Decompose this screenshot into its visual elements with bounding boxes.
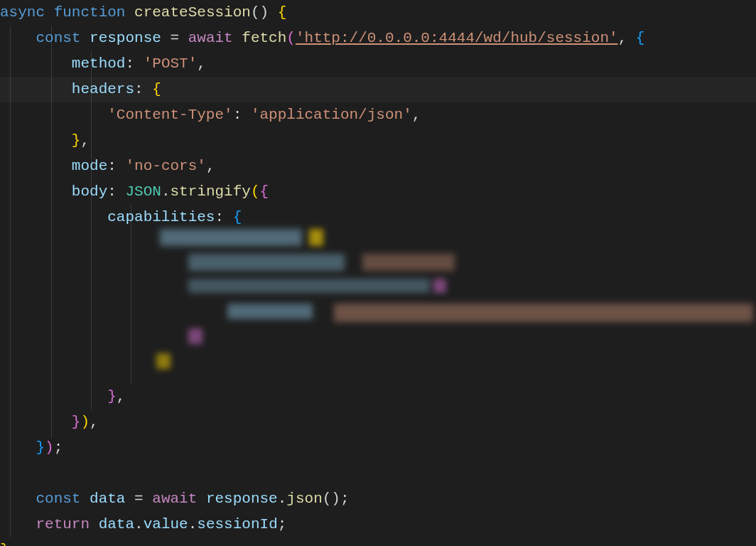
string: 'no-cors' (125, 154, 205, 179)
brace: { (269, 0, 286, 26)
string: 'application/json' (251, 102, 412, 128)
method: stringify (171, 179, 251, 205)
keyword-function: function (54, 0, 126, 26)
code-line[interactable]: } (0, 537, 756, 546)
code-line[interactable]: async function createSession() { (0, 0, 756, 26)
code-line[interactable]: const data = await response.json(); (0, 486, 756, 512)
code-line-blank[interactable] (0, 461, 756, 486)
brace: { (233, 205, 242, 230)
paren: ( (286, 26, 296, 51)
code-line[interactable]: mode: 'no-cors', (0, 154, 756, 179)
parens: () (251, 0, 269, 26)
code-line-active[interactable]: headers: { (0, 77, 756, 102)
redacted-code-region (149, 229, 753, 371)
property: headers (72, 77, 134, 102)
variable: response (206, 486, 278, 512)
string-key: 'Content-Type' (107, 102, 232, 128)
brace: } (0, 537, 9, 546)
method: json (286, 486, 322, 512)
keyword-await: await (188, 26, 233, 51)
code-line[interactable]: body: JSON.stringify({ (0, 179, 756, 205)
keyword-await: await (152, 486, 197, 512)
code-line[interactable]: }); (0, 435, 756, 461)
string: 'POST' (144, 51, 198, 77)
property: body (72, 179, 107, 205)
code-line[interactable]: method: 'POST', (0, 51, 756, 77)
brace: { (260, 179, 269, 205)
function-name: createSession (134, 0, 251, 26)
brace: } (72, 128, 81, 154)
string-url: 'http://0.0.0.0:4444/wd/hub/session' (296, 26, 618, 51)
property: value (144, 512, 188, 537)
code-line[interactable]: }, (0, 128, 756, 154)
paren: ( (251, 179, 260, 205)
property: mode (72, 154, 107, 179)
keyword-async: async (0, 0, 45, 26)
keyword-const: const (36, 26, 80, 51)
property: method (72, 51, 126, 77)
code-editor[interactable]: async function createSession() { const r… (0, 0, 756, 546)
paren: ) (80, 410, 90, 435)
keyword-const: const (36, 486, 80, 512)
keyword-return: return (36, 512, 90, 537)
variable: data (99, 512, 134, 537)
variable: data (90, 486, 125, 512)
brace: { (636, 26, 645, 51)
code-line[interactable]: return data.value.sessionId; (0, 512, 756, 537)
parens: (); (323, 486, 350, 512)
code-line[interactable]: const response = await fetch('http://0.0… (0, 26, 756, 51)
brace: } (107, 384, 117, 410)
paren: ) (45, 435, 54, 461)
property: capabilities (107, 205, 215, 230)
code-line[interactable]: }), (0, 410, 756, 435)
brace: } (36, 435, 45, 461)
function-call: fetch (242, 26, 286, 51)
code-line[interactable]: 'Content-Type': 'application/json', (0, 102, 756, 128)
code-line[interactable]: }, (0, 384, 756, 410)
object-json: JSON (125, 179, 161, 205)
code-line[interactable]: capabilities: { (0, 205, 756, 230)
brace: } (72, 410, 81, 435)
property: sessionId (197, 512, 277, 537)
brace: { (152, 77, 161, 102)
variable: response (90, 26, 161, 51)
